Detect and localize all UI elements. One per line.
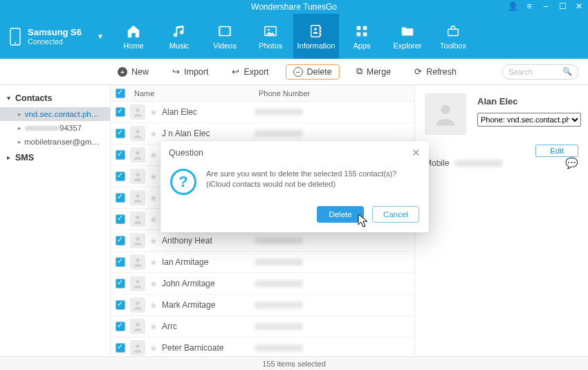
dialog-delete-button[interactable]: Delete [317,206,364,223]
dialog-message: Are sure you want to delete the selected… [206,169,419,195]
question-icon: ? [170,169,196,195]
confirm-dialog: Question ✕ ? Are sure you want to delete… [160,141,429,232]
dialog-cancel-button[interactable]: Cancel [372,206,419,223]
dialog-close-icon[interactable]: ✕ [412,147,421,159]
dialog-title: Question [169,148,203,158]
